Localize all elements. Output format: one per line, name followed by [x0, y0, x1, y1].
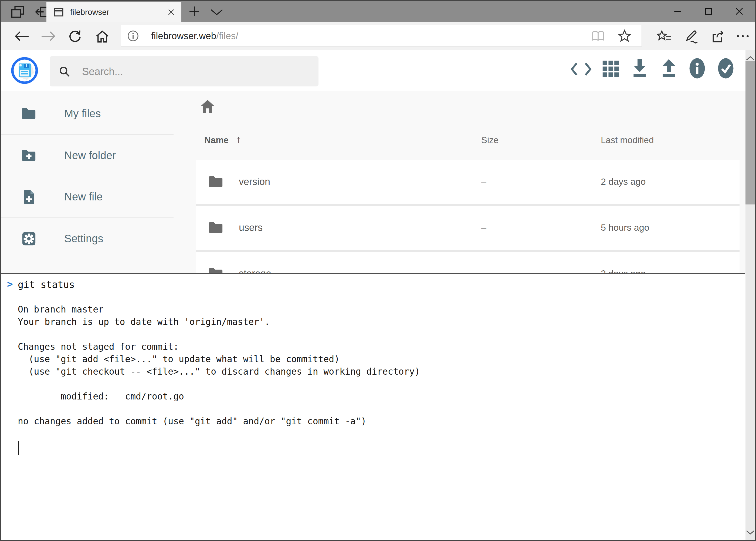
folder-icon: [208, 221, 224, 235]
share-icon[interactable]: [710, 29, 727, 42]
tab-title: filebrowser: [70, 8, 109, 17]
file-modified: 2 days ago: [601, 268, 645, 273]
reading-view-icon[interactable]: [591, 30, 605, 42]
upload-icon[interactable]: [660, 58, 677, 79]
tab-list-chevron-icon[interactable]: [210, 9, 223, 16]
terminal-line: (use "git checkout -- <file>..." to disc…: [18, 365, 745, 378]
terminal-line: no changes added to commit (use "git add…: [18, 415, 745, 427]
scrollbar-thumb[interactable]: [745, 61, 755, 205]
file-modified: 2 days ago: [601, 176, 645, 187]
column-header-name[interactable]: Name: [204, 135, 229, 145]
titlebar: filebrowser: [0, 0, 756, 22]
file-size: –: [481, 223, 486, 233]
file-list: version – 2 days ago users – 5 hours ago…: [196, 160, 740, 273]
terminal-line: Your branch is up to date with 'origin/m…: [18, 316, 745, 328]
add-favorite-star-icon[interactable]: [618, 29, 631, 43]
scroll-down-icon[interactable]: [745, 526, 755, 538]
browser-window: filebrowser: [0, 0, 756, 541]
tab-preview-icon[interactable]: [10, 5, 26, 18]
file-row-storage[interactable]: storage – 2 days ago: [196, 252, 740, 273]
terminal-line: On branch master: [18, 303, 745, 316]
tab-close-button[interactable]: [166, 7, 176, 18]
terminal-line: [18, 328, 745, 340]
terminal-line: [18, 291, 745, 303]
sidebar-item-my-files[interactable]: My files: [0, 93, 173, 134]
new-tab-button[interactable]: [186, 5, 202, 17]
home-button[interactable]: [95, 30, 111, 43]
forward-button[interactable]: [41, 30, 57, 43]
file-row-version[interactable]: version – 2 days ago: [196, 160, 740, 204]
search-icon: [58, 65, 71, 78]
sidebar-item-new-file[interactable]: New file: [0, 176, 173, 218]
grid-view-icon[interactable]: [602, 60, 620, 78]
folder-icon: [208, 175, 224, 189]
sidebar-item-label: New folder: [64, 149, 116, 162]
filebrowser-header: [0, 50, 756, 91]
column-header-last-modified[interactable]: Last modified: [601, 135, 654, 145]
filebrowser-logo: [10, 56, 39, 85]
sidebar-item-label: Settings: [64, 233, 104, 245]
back-button[interactable]: [14, 30, 30, 43]
terminal-line: modified: cmd/root.go: [18, 390, 745, 403]
file-name: users: [239, 222, 263, 234]
terminal-prompt-line: >git status: [18, 278, 745, 291]
url-host: filebrowser.web: [151, 31, 216, 41]
file-row-users[interactable]: users – 5 hours ago: [196, 206, 740, 250]
sidebar-item-label: New file: [64, 191, 103, 203]
settings-ellipsis-icon[interactable]: [735, 33, 751, 46]
browser-navbar: filebrowser.web/files/: [0, 22, 756, 50]
listing-divider: [196, 124, 740, 124]
address-divider: [146, 28, 146, 43]
sort-ascending-icon[interactable]: ↑: [236, 134, 241, 145]
file-modified: 5 hours ago: [601, 222, 649, 233]
terminal-line: Changes not staged for commit:: [18, 340, 745, 353]
terminal-line: [18, 378, 745, 390]
file-name: storage: [239, 268, 271, 273]
new-file-icon: [21, 189, 37, 205]
url-text: filebrowser.web/files/: [151, 31, 238, 41]
search-bar[interactable]: [50, 56, 319, 86]
raw-editor-code-icon[interactable]: [570, 62, 592, 77]
browser-tab[interactable]: filebrowser: [46, 2, 181, 22]
file-size: –: [481, 177, 486, 187]
prompt-chevron-icon: >: [7, 278, 13, 290]
url-path: /files/: [216, 31, 238, 41]
terminal-line: [18, 403, 745, 415]
settings-gear-icon: [21, 231, 37, 247]
sidebar-item-new-folder[interactable]: New folder: [0, 135, 173, 176]
tab-favicon: [53, 6, 64, 18]
terminal-line: (use "git add <file>..." to update what …: [18, 353, 745, 365]
maximize-button[interactable]: [700, 6, 717, 17]
search-input[interactable]: [82, 56, 312, 87]
sidebar-item-label: My files: [64, 108, 101, 120]
minimize-button[interactable]: [669, 6, 687, 17]
app-body: My files New folder New file: [0, 91, 756, 273]
terminal-panel[interactable]: >git status On branch master Your branch…: [0, 273, 745, 541]
info-icon[interactable]: [689, 57, 705, 79]
refresh-button[interactable]: [68, 29, 84, 42]
breadcrumb-home-icon[interactable]: [200, 99, 215, 114]
sidebar-item-settings[interactable]: Settings: [0, 218, 173, 259]
terminal-command: git status: [18, 279, 75, 290]
folder-icon: [208, 267, 224, 273]
favorites-hub-icon[interactable]: [656, 29, 672, 42]
check-circle-icon[interactable]: [717, 57, 734, 79]
folder-icon: [21, 107, 37, 121]
address-bar[interactable]: filebrowser.web/files/: [121, 25, 642, 46]
page-scrollbar[interactable]: [745, 50, 755, 541]
new-folder-icon: [21, 149, 37, 162]
window-close-button[interactable]: [730, 6, 748, 17]
site-info-icon[interactable]: [127, 30, 139, 42]
column-header-size[interactable]: Size: [481, 135, 499, 145]
file-size: –: [481, 269, 486, 273]
terminal-line: [18, 427, 745, 440]
download-icon[interactable]: [631, 58, 648, 79]
terminal-cursor-line: [18, 440, 745, 457]
file-name: version: [239, 176, 270, 188]
terminal-cursor: [18, 441, 19, 455]
web-note-pen-icon[interactable]: [683, 29, 700, 42]
